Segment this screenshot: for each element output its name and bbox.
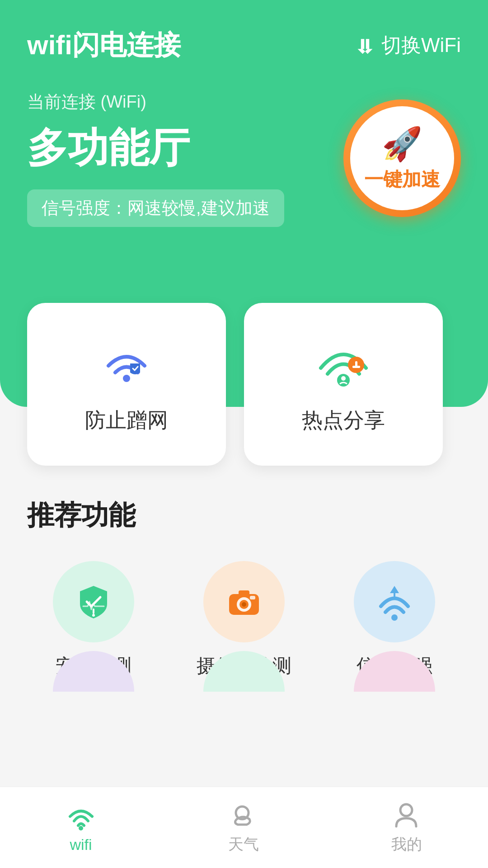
wifi-nav-icon (66, 802, 96, 831)
bottom-partial-row (0, 651, 488, 692)
partial-icon-1 (53, 651, 134, 692)
nav-item-weather[interactable]: 天气 (228, 800, 259, 855)
svg-point-10 (242, 602, 246, 607)
svg-point-13 (391, 614, 398, 621)
signal-boost-icon (374, 581, 415, 622)
feature-card-hotspot-share-label: 热点分享 (302, 406, 385, 434)
feature-cards-row: 防止蹭网 热点分享 (0, 303, 488, 466)
partial-item-1 (27, 651, 160, 692)
wifi-shield-icon (99, 339, 154, 388)
svg-point-6 (92, 614, 95, 617)
security-check-icon-bg (53, 561, 134, 642)
wifi-name: 多功能厅 (27, 121, 284, 176)
hotspot-icon (316, 339, 371, 388)
nav-item-wifi[interactable]: wifi (66, 802, 96, 854)
nav-label-mine: 我的 (391, 834, 422, 855)
rocket-icon: 🚀 (382, 125, 422, 163)
bottom-nav: wifi 天气 我的 (0, 787, 488, 868)
svg-point-0 (123, 375, 130, 382)
svg-rect-11 (239, 590, 249, 596)
signal-boost-icon-bg (354, 561, 435, 642)
svg-rect-5 (352, 366, 360, 368)
top-bar: wifi闪电连接 切换WiFi (0, 0, 488, 64)
feature-card-prevent-freeload-label: 防止蹭网 (85, 406, 168, 434)
nav-label-wifi: wifi (70, 836, 92, 854)
switch-icon (355, 36, 375, 56)
partial-item-3 (328, 651, 461, 692)
partial-icon-3 (354, 651, 435, 692)
svg-point-2 (341, 376, 346, 381)
camera-check-icon-bg (203, 561, 285, 642)
connection-label: 当前连接 (WiFi) (27, 90, 284, 113)
feature-card-prevent-freeload[interactable]: 防止蹭网 (27, 303, 226, 466)
wifi-shield-icon-container (97, 334, 156, 393)
weather-nav-icon (229, 800, 258, 830)
nav-label-weather: 天气 (228, 834, 259, 855)
partial-icon-2 (203, 651, 285, 692)
camera-check-icon (224, 581, 264, 622)
feature-card-hotspot-share[interactable]: 热点分享 (244, 303, 443, 466)
partial-item-2 (178, 651, 310, 692)
signal-badge: 信号强度：网速较慢,建议加速 (27, 189, 284, 227)
switch-wifi-button[interactable]: 切换WiFi (355, 32, 461, 59)
hotspot-icon-container (314, 334, 373, 393)
mine-nav-icon (392, 800, 421, 830)
connection-info: 当前连接 (WiFi) 多功能厅 信号强度：网速较慢,建议加速 (27, 90, 284, 227)
svg-point-14 (79, 826, 83, 830)
speed-btn-label: 一键加速 (364, 167, 440, 192)
nav-item-mine[interactable]: 我的 (391, 800, 422, 855)
svg-rect-12 (250, 596, 255, 599)
security-check-icon (73, 581, 114, 622)
svg-point-16 (400, 804, 412, 816)
speed-button[interactable]: 🚀 一键加速 (343, 99, 461, 217)
app-title: wifi闪电连接 (27, 27, 181, 64)
switch-wifi-label: 切换WiFi (381, 32, 461, 59)
recommended-section-title: 推荐功能 (27, 497, 461, 534)
